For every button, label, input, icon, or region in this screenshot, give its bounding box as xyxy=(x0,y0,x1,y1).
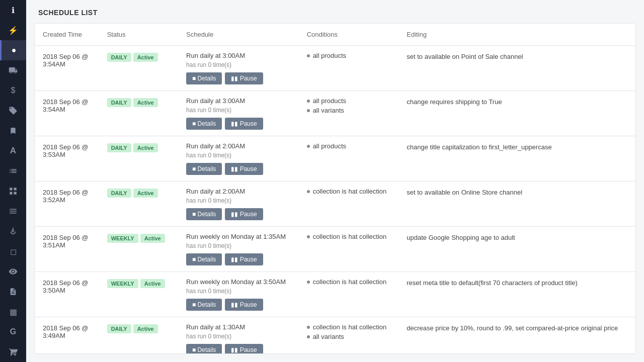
run-count: has run 0 time(s) xyxy=(186,288,291,295)
condition-dot xyxy=(307,235,310,238)
created-time-cell: 2018 Sep 06 @3:51AM xyxy=(35,227,99,272)
sidebar: ℹ ⚡ ● $ A ◻ ▦ G xyxy=(0,0,26,362)
run-count: has run 0 time(s) xyxy=(186,61,291,68)
condition-item: collection is hat collection xyxy=(307,323,391,331)
action-buttons: ■ Details▮▮ Pause xyxy=(186,299,291,311)
lightning-icon[interactable]: ⚡ xyxy=(0,20,26,40)
schedule-text: Run weekly on Monday at 1:35AM xyxy=(186,233,291,240)
action-buttons: ■ Details▮▮ Pause xyxy=(186,163,291,175)
col-created-time: Created Time xyxy=(35,24,99,46)
schedule-cell: Run daily at 1:30AMhas run 0 time(s)■ De… xyxy=(178,317,299,354)
schedule-cell: Run daily at 3:00AMhas run 0 time(s)■ De… xyxy=(178,91,299,136)
status-badge: Active xyxy=(133,143,158,152)
editing-cell: reset meta title to default(first 70 cha… xyxy=(398,272,635,317)
truck-icon[interactable] xyxy=(0,60,26,80)
condition-dot xyxy=(307,100,310,103)
table-row: 2018 Sep 06 @3:50AMWEEKLYActiveRun weekl… xyxy=(35,272,635,317)
frequency-badge: DAILY xyxy=(107,189,131,198)
pause-button[interactable]: ▮▮ Pause xyxy=(225,118,263,130)
details-button[interactable]: ■ Details xyxy=(186,299,222,311)
schedule-icon[interactable]: ● xyxy=(0,40,26,60)
editing-cell: change requires shipping to True xyxy=(398,91,635,136)
condition-dot xyxy=(307,109,310,112)
run-count: has run 0 time(s) xyxy=(186,152,291,159)
condition-text: all products xyxy=(313,97,346,105)
action-buttons: ■ Details▮▮ Pause xyxy=(186,118,291,130)
conditions-cell: all products xyxy=(299,46,399,91)
schedule-text: Run daily at 3:00AM xyxy=(186,52,291,59)
run-count: has run 0 time(s) xyxy=(186,333,291,340)
status-cell: DAILYActive xyxy=(99,136,178,182)
condition-text: collection is hat collection xyxy=(313,323,387,331)
pause-button[interactable]: ▮▮ Pause xyxy=(225,299,263,311)
details-button[interactable]: ■ Details xyxy=(186,253,222,265)
status-badge: Active xyxy=(140,279,165,288)
pause-button[interactable]: ▮▮ Pause xyxy=(225,344,263,354)
main-content: SCHEDULE LIST Created Time Status Schedu… xyxy=(26,0,644,362)
document-icon[interactable] xyxy=(0,282,26,302)
table-row: 2018 Sep 06 @3:54AMDAILYActiveRun daily … xyxy=(35,91,635,136)
status-cell: DAILYActive xyxy=(99,46,178,91)
g-icon[interactable]: G xyxy=(0,322,26,342)
conditions-cell: all products xyxy=(299,136,399,182)
action-buttons: ■ Details▮▮ Pause xyxy=(186,208,291,220)
created-time-cell: 2018 Sep 06 @3:49AM xyxy=(35,317,99,354)
run-count: has run 0 time(s) xyxy=(186,242,291,249)
status-badge: Active xyxy=(133,189,158,198)
conditions-cell: collection is hat collection xyxy=(299,182,399,227)
details-button[interactable]: ■ Details xyxy=(186,163,222,175)
condition-text: collection is hat collection xyxy=(313,233,387,240)
condition-dot xyxy=(307,326,310,329)
created-time-cell: 2018 Sep 06 @3:54AM xyxy=(35,91,99,136)
created-time-cell: 2018 Sep 06 @3:53AM xyxy=(35,136,99,182)
conditions-cell: collection is hat collectionall variants xyxy=(299,317,399,354)
editing-cell: set to available on Point of Sale channe… xyxy=(398,46,635,91)
info-icon[interactable]: ℹ xyxy=(0,0,26,20)
frequency-badge: DAILY xyxy=(107,98,131,107)
status-cell: DAILYActive xyxy=(99,91,178,136)
status-badge: Active xyxy=(133,324,158,333)
schedule-text: Run weekly on Monday at 3:50AM xyxy=(186,278,291,286)
status-badge: Active xyxy=(133,53,158,62)
details-button[interactable]: ■ Details xyxy=(186,344,222,354)
font-icon[interactable]: A xyxy=(0,141,26,161)
pause-button[interactable]: ▮▮ Pause xyxy=(225,208,263,220)
details-button[interactable]: ■ Details xyxy=(186,208,222,220)
condition-text: all products xyxy=(313,142,346,150)
condition-text: all variants xyxy=(313,333,344,340)
condition-dot xyxy=(307,281,310,284)
condition-text: all products xyxy=(313,52,346,59)
pause-button[interactable]: ▮▮ Pause xyxy=(225,72,263,84)
conditions-cell: collection is hat collection xyxy=(299,227,399,272)
schedule-table: Created Time Status Schedule Conditions … xyxy=(35,24,635,354)
condition-text: all variants xyxy=(313,107,344,114)
details-button[interactable]: ■ Details xyxy=(186,118,222,130)
frequency-badge: DAILY xyxy=(107,324,131,333)
status-cell: DAILYActive xyxy=(99,182,178,227)
action-buttons: ■ Details▮▮ Pause xyxy=(186,344,291,354)
schedule-text: Run daily at 2:00AM xyxy=(186,188,291,195)
created-time-cell: 2018 Sep 06 @3:54AM xyxy=(35,46,99,91)
tag-alt-icon[interactable] xyxy=(0,101,26,121)
pause-button[interactable]: ▮▮ Pause xyxy=(225,253,263,265)
frequency-badge: WEEKLY xyxy=(107,279,138,288)
grid-icon[interactable] xyxy=(0,181,26,201)
editing-cell: decrease price by 10%, round to .99, set… xyxy=(398,317,635,354)
box2-icon[interactable]: ◻ xyxy=(0,241,26,261)
run-count: has run 0 time(s) xyxy=(186,107,291,114)
condition-item: collection is hat collection xyxy=(307,188,391,195)
cart-icon[interactable] xyxy=(0,342,26,362)
eye-icon[interactable] xyxy=(0,261,26,282)
chart-icon[interactable] xyxy=(0,161,26,181)
list2-icon[interactable] xyxy=(0,201,26,221)
pause-button[interactable]: ▮▮ Pause xyxy=(225,163,263,175)
balance-icon[interactable] xyxy=(0,221,26,241)
schedule-cell: Run weekly on Monday at 1:35AMhas run 0 … xyxy=(178,227,299,272)
condition-text: collection is hat collection xyxy=(313,188,387,195)
table-row: 2018 Sep 06 @3:51AMWEEKLYActiveRun weekl… xyxy=(35,227,635,272)
bookmark-icon[interactable] xyxy=(0,121,26,141)
barcode-icon[interactable]: ▦ xyxy=(0,302,26,322)
condition-item: collection is hat collection xyxy=(307,233,391,240)
details-button[interactable]: ■ Details xyxy=(186,72,222,84)
dollar-icon[interactable]: $ xyxy=(0,80,26,101)
